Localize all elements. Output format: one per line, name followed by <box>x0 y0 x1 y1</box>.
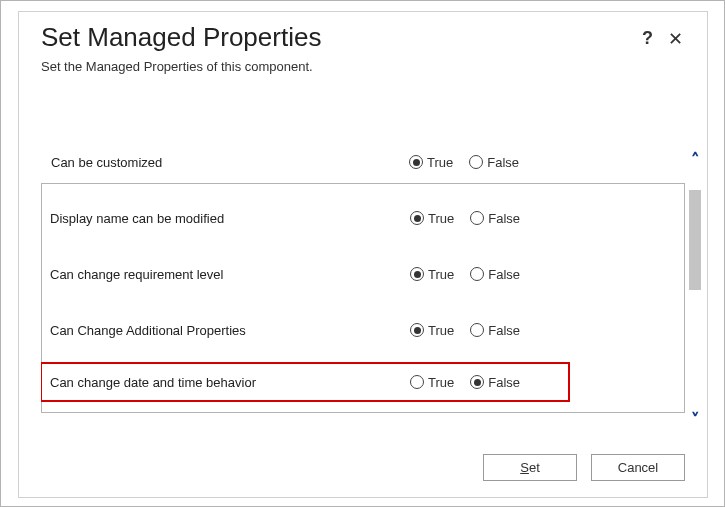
radio-customized-true[interactable]: True <box>409 155 453 170</box>
scroll-down-icon[interactable]: ˅ <box>686 412 704 430</box>
scroll-up-icon[interactable]: ˄ <box>686 152 704 170</box>
row-display-name: Display name can be modified True False <box>42 190 684 246</box>
radio-true-label: True <box>428 211 454 226</box>
radio-group-display-name: True False <box>410 211 520 226</box>
radio-dot-icon <box>410 323 424 337</box>
radio-true-label: True <box>428 267 454 282</box>
set-button-accel: S <box>520 460 529 475</box>
radio-dot-icon <box>410 267 424 281</box>
radio-dot-icon <box>470 323 484 337</box>
radio-customized-false[interactable]: False <box>469 155 519 170</box>
radio-dot-icon <box>470 375 484 389</box>
radio-true-label: True <box>428 323 454 338</box>
cancel-button[interactable]: Cancel <box>591 454 685 481</box>
radio-true-label: True <box>427 155 453 170</box>
radio-false-label: False <box>488 323 520 338</box>
radio-false-label: False <box>488 375 520 390</box>
radio-dot-icon <box>410 211 424 225</box>
set-button[interactable]: Set <box>483 454 577 481</box>
dialog-subtitle: Set the Managed Properties of this compo… <box>41 59 685 74</box>
radio-group-customized: True False <box>409 155 519 170</box>
radio-additional-properties-true[interactable]: True <box>410 323 454 338</box>
label-display-name: Display name can be modified <box>50 211 410 226</box>
window-frame: Set Managed Properties Set the Managed P… <box>0 0 725 507</box>
radio-group-requirement-level: True False <box>410 267 520 282</box>
row-can-be-customized: Can be customized True False <box>41 147 685 177</box>
help-icon[interactable]: ? <box>642 28 653 49</box>
label-requirement-level: Can change requirement level <box>50 267 410 282</box>
property-box: Display name can be modified True False <box>41 183 685 413</box>
scroll-thumb[interactable] <box>689 190 701 290</box>
dialog: Set Managed Properties Set the Managed P… <box>18 11 708 498</box>
radio-dot-icon <box>469 155 483 169</box>
label-datetime-behavior: Can change date and time behavior <box>50 375 410 390</box>
dialog-footer: Set Cancel <box>483 454 685 481</box>
label-can-be-customized: Can be customized <box>51 155 409 170</box>
radio-dot-icon <box>410 375 424 389</box>
radio-false-label: False <box>487 155 519 170</box>
radio-true-label: True <box>428 375 454 390</box>
radio-datetime-behavior-false[interactable]: False <box>470 375 520 390</box>
radio-requirement-level-true[interactable]: True <box>410 267 454 282</box>
close-icon[interactable]: ✕ <box>668 28 683 50</box>
radio-dot-icon <box>470 211 484 225</box>
radio-false-label: False <box>488 267 520 282</box>
radio-display-name-true[interactable]: True <box>410 211 454 226</box>
radio-display-name-false[interactable]: False <box>470 211 520 226</box>
radio-dot-icon <box>470 267 484 281</box>
content-area: part of a managed solution. Can be custo… <box>41 130 685 430</box>
row-datetime-behavior: Can change date and time behavior True F… <box>42 358 684 406</box>
radio-group-datetime-behavior: True False <box>410 375 520 390</box>
label-additional-properties: Can Change Additional Properties <box>50 323 410 338</box>
radio-dot-icon <box>409 155 423 169</box>
set-button-rest: et <box>529 460 540 475</box>
radio-false-label: False <box>488 211 520 226</box>
radio-datetime-behavior-true[interactable]: True <box>410 375 454 390</box>
truncated-text: part of a managed solution. <box>41 130 685 147</box>
row-additional-properties: Can Change Additional Properties True Fa… <box>42 302 684 358</box>
radio-requirement-level-false[interactable]: False <box>470 267 520 282</box>
radio-additional-properties-false[interactable]: False <box>470 323 520 338</box>
radio-group-additional-properties: True False <box>410 323 520 338</box>
row-requirement-level: Can change requirement level True False <box>42 246 684 302</box>
dialog-header: Set Managed Properties Set the Managed P… <box>19 12 707 78</box>
dialog-title: Set Managed Properties <box>41 22 685 53</box>
scrollbar: ˄ ˅ <box>683 130 707 430</box>
